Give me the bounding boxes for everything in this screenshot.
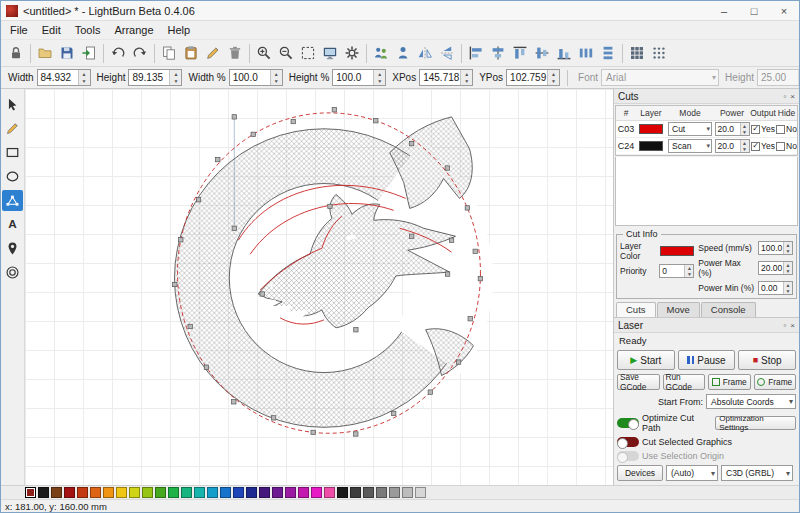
xpos-input[interactable]: 145.718 [419,69,473,86]
port-select[interactable]: (Auto) [666,465,718,481]
priority-input[interactable]: 0 [659,264,694,278]
distribute-horizontal-button[interactable] [575,42,597,65]
align-top-button[interactable] [509,42,531,65]
start-button[interactable]: ▶Start [617,350,675,370]
tab-cuts[interactable]: Cuts [616,302,656,317]
lock-icon-button[interactable] [5,42,27,65]
cut-layer-row[interactable]: C03Cut20.0YesNo [616,121,797,138]
palette-color-25[interactable] [350,487,361,498]
selection-node[interactable] [409,141,413,145]
offset-tool[interactable] [2,262,23,283]
dock-close-icon[interactable]: × [790,92,795,101]
selection-node[interactable] [332,108,336,112]
selection-node[interactable] [392,411,396,415]
palette-color-23[interactable] [324,487,335,498]
selection-node[interactable] [260,292,264,296]
palette-color-3[interactable] [64,487,75,498]
palette-color-16[interactable] [233,487,244,498]
selection-node[interactable] [354,328,358,332]
palette-color-27[interactable] [376,487,387,498]
align-center-button[interactable] [487,42,509,65]
ellipse-tool[interactable] [2,166,23,187]
text-tool[interactable]: A [2,214,23,235]
zoom-in-button[interactable] [253,42,275,65]
cut-layer-row[interactable]: C24Scan20.0YesNo [616,138,797,155]
flip-vertical-button[interactable] [436,42,458,65]
hide-checkbox[interactable] [776,125,785,134]
dock-close-icon[interactable]: × [790,321,795,330]
output-checkbox[interactable] [751,125,760,134]
palette-color-30[interactable] [415,487,426,498]
grid-array-button[interactable] [626,42,648,65]
selection-node[interactable] [328,204,332,208]
selection-node[interactable] [409,234,413,238]
palette-color-22[interactable] [311,487,322,498]
dock-float-icon[interactable]: ▫ [783,92,786,101]
stop-button[interactable]: ■Stop [738,350,796,370]
palette-color-9[interactable] [142,487,153,498]
cuts-list-empty-area[interactable] [615,157,798,226]
layer-mode-select[interactable]: Cut [668,122,712,136]
undo-button[interactable] [107,42,129,65]
selection-node[interactable] [271,416,275,420]
palette-color-2[interactable] [51,487,62,498]
ypos-spinner[interactable] [547,70,559,85]
selection-node[interactable] [445,166,449,170]
layer-color-swatch[interactable] [636,141,666,151]
palette-color-12[interactable] [181,487,192,498]
pause-button[interactable]: Pause [678,350,736,370]
distribute-vertical-button[interactable] [597,42,619,65]
devices-button[interactable]: Devices [617,465,663,481]
selection-node[interactable] [173,282,177,286]
copy-button[interactable] [158,42,180,65]
close-button[interactable]: × [769,1,799,20]
xpos-spinner[interactable] [460,70,472,85]
tab-console[interactable]: Console [701,302,756,317]
output-checkbox[interactable] [751,142,760,151]
flip-horizontal-button[interactable] [414,42,436,65]
menu-file[interactable]: File [3,22,35,38]
edit-nodes-tool[interactable] [2,190,23,211]
open-file-button[interactable] [34,42,56,65]
height-pct-spinner[interactable] [373,70,385,85]
palette-color-6[interactable] [103,487,114,498]
selection-node[interactable] [374,119,378,123]
tab-move[interactable]: Move [657,302,700,317]
width-spinner[interactable] [78,70,90,85]
delete-button[interactable] [224,42,246,65]
align-bottom-button[interactable] [553,42,575,65]
paste-button[interactable] [180,42,202,65]
save-file-button[interactable] [56,42,78,65]
selection-node[interactable] [445,272,449,276]
selection-node[interactable] [468,317,472,321]
selection-node[interactable] [251,132,255,136]
ungroup-button[interactable] [392,42,414,65]
redo-button[interactable] [129,42,151,65]
height-spinner[interactable] [169,70,181,85]
selection-node[interactable] [216,157,220,161]
palette-color-15[interactable] [220,487,231,498]
selection-node[interactable] [196,198,200,202]
o-frame-button[interactable]: Frame [754,374,797,390]
group-button[interactable] [370,42,392,65]
selection-node[interactable] [232,400,236,404]
layer-color-swatch[interactable] [636,124,666,134]
align-left-button[interactable] [465,42,487,65]
frame-button[interactable]: Frame [708,374,751,390]
layer-mode-select[interactable]: Scan [668,139,712,153]
device-select[interactable]: C3D (GRBL) [721,465,793,481]
palette-color-4[interactable] [77,487,88,498]
selection-node[interactable] [232,115,236,119]
menu-help[interactable]: Help [161,22,198,38]
palette-color-10[interactable] [155,487,166,498]
power-max-input[interactable]: 20.00 [758,261,793,275]
palette-color-18[interactable] [259,487,270,498]
align-middle-button[interactable] [531,42,553,65]
palette-color-17[interactable] [246,487,257,498]
selection-node[interactable] [465,206,469,210]
palette-color-0[interactable] [25,487,36,498]
selection-node[interactable] [428,390,432,394]
power-min-input[interactable]: 0.00 [758,281,793,295]
minimize-button[interactable]: – [709,1,739,20]
palette-color-13[interactable] [194,487,205,498]
